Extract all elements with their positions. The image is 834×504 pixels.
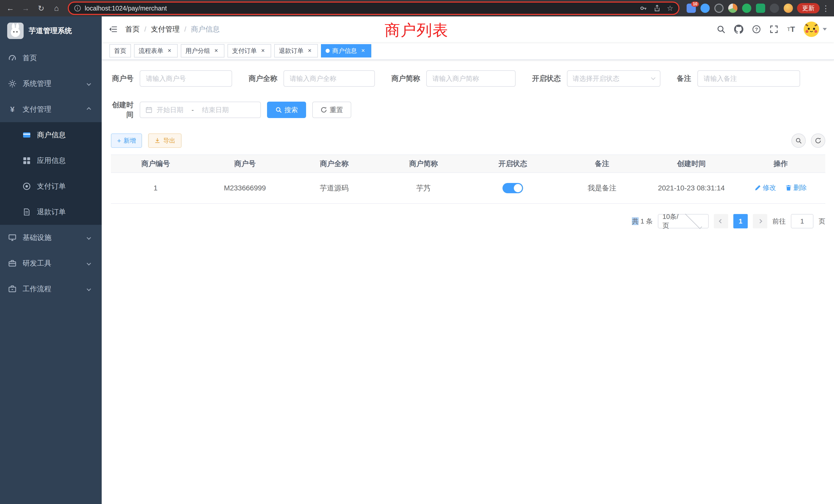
document-icon	[23, 208, 31, 216]
close-icon[interactable]: ×	[166, 47, 173, 54]
caret-down-icon	[823, 28, 827, 30]
refresh-button[interactable]	[811, 134, 825, 148]
gear-icon	[8, 79, 17, 88]
full-name-label: 商户全称	[244, 74, 284, 84]
url-text: localhost:1024/pay/merchant	[85, 5, 167, 12]
extension-dark-icon[interactable]	[714, 4, 724, 13]
help-icon[interactable]: ?	[752, 25, 761, 33]
extension-tabs-icon[interactable]: 10	[687, 4, 696, 13]
fullscreen-icon[interactable]	[770, 25, 778, 33]
browser-menu-icon[interactable]: ⋮	[821, 4, 831, 13]
bookmark-star-icon[interactable]: ☆	[667, 4, 673, 13]
status-select[interactable]: 请选择开启状态	[567, 70, 660, 87]
sidebar-item-merchant-info[interactable]: 商户信息	[0, 122, 102, 148]
tab-process-form[interactable]: 流程表单 ×	[134, 44, 178, 58]
total-prefix: 共	[632, 217, 639, 225]
cell-short-name: 芋艿	[379, 173, 468, 204]
tab-home[interactable]: 首页	[109, 44, 131, 58]
extension-color-icon[interactable]	[728, 4, 738, 13]
col-short-name: 商户简称	[379, 155, 468, 173]
prev-page-button[interactable]	[714, 214, 728, 228]
url-bar[interactable]: localhost:1024/pay/merchant ☆	[68, 2, 679, 15]
status-label: 开启状态	[528, 74, 567, 84]
sidebar-item-dev-tools[interactable]: 研发工具	[0, 250, 102, 276]
forward-icon[interactable]: →	[19, 1, 33, 16]
breadcrumb-separator: /	[184, 25, 186, 33]
page-size-select[interactable]: 10条/页	[658, 214, 709, 228]
plus-icon: +	[117, 137, 121, 145]
edit-button[interactable]: 修改	[754, 183, 776, 192]
sidebar-item-payment[interactable]: ¥ 支付管理	[0, 96, 102, 122]
col-create-time: 创建时间	[647, 155, 736, 173]
sidebar-item-label: 工作流程	[23, 284, 51, 294]
tab-merchant-info[interactable]: 商户信息 ×	[321, 44, 371, 58]
profile-avatar-icon[interactable]	[784, 4, 793, 13]
goto-page-input[interactable]	[791, 214, 813, 228]
remark-input[interactable]	[697, 70, 800, 87]
record-icon	[23, 182, 31, 190]
github-icon[interactable]	[734, 25, 743, 34]
status-toggle[interactable]	[503, 183, 523, 193]
font-size-icon[interactable]: TT	[787, 25, 795, 33]
calendar-icon	[145, 106, 153, 113]
share-icon[interactable]	[654, 5, 661, 12]
extension-sheet-icon[interactable]	[756, 4, 765, 13]
table-toolbar: + 新增 导出	[111, 134, 825, 148]
add-button[interactable]: + 新增	[111, 134, 142, 148]
user-menu[interactable]	[804, 22, 827, 37]
breadcrumb-payment[interactable]: 支付管理	[151, 24, 180, 34]
breadcrumb-separator: /	[144, 25, 146, 33]
tab-refund-order[interactable]: 退款订单 ×	[274, 44, 318, 58]
extension-nut-icon[interactable]	[770, 4, 779, 13]
sidebar-item-infrastructure[interactable]: 基础设施	[0, 225, 102, 250]
sidebar-item-pay-order[interactable]: 支付订单	[0, 174, 102, 199]
status-placeholder: 请选择开启状态	[573, 74, 652, 83]
chrome-update-button[interactable]: 更新	[797, 3, 820, 13]
tab-user-group[interactable]: 用户分组 ×	[181, 44, 224, 58]
home-icon[interactable]: ⌂	[49, 1, 64, 16]
site-info-icon[interactable]	[74, 5, 81, 12]
close-icon[interactable]: ×	[213, 47, 220, 54]
sidebar-item-system[interactable]: 系统管理	[0, 71, 102, 96]
short-name-label: 商户简称	[387, 74, 426, 84]
next-page-button[interactable]	[753, 214, 767, 228]
tab-label: 流程表单	[139, 47, 163, 55]
sidebar: 芋道管理系统 首页 系统管理 ¥ 支付管理 商户信息	[0, 17, 102, 504]
toggle-search-button[interactable]	[791, 134, 806, 148]
sidebar-item-workflow[interactable]: 工作流程	[0, 276, 102, 302]
pagination-total: 共 1 条	[632, 217, 653, 226]
total-count: 1	[640, 217, 644, 225]
col-merchant-id: 商户编号	[111, 155, 200, 173]
hamburger-icon[interactable]	[102, 24, 125, 35]
breadcrumb-current: 商户信息	[191, 24, 220, 34]
extension-green-circle-icon[interactable]	[742, 4, 751, 13]
create-time-range-picker[interactable]: 开始日期 - 结束日期	[140, 101, 261, 118]
merchant-no-input[interactable]	[140, 70, 232, 87]
close-icon[interactable]: ×	[259, 47, 266, 54]
header-search-icon[interactable]	[717, 25, 725, 33]
end-date-placeholder: 结束日期	[202, 106, 229, 114]
tab-pay-order[interactable]: 支付订单 ×	[227, 44, 271, 58]
short-name-input[interactable]	[426, 70, 515, 87]
delete-button[interactable]: 删除	[785, 183, 807, 192]
app-title: 芋道管理系统	[29, 26, 72, 36]
full-name-input[interactable]	[284, 70, 375, 87]
back-icon[interactable]: ←	[3, 1, 18, 16]
search-button[interactable]: 搜索	[267, 101, 306, 118]
search-button-label: 搜索	[285, 106, 298, 114]
close-icon[interactable]: ×	[306, 47, 313, 54]
sidebar-item-home[interactable]: 首页	[0, 45, 102, 71]
reload-icon[interactable]: ↻	[34, 1, 48, 16]
search-form-row-2: 创建时间 开始日期 - 结束日期 搜索 重置	[111, 100, 825, 120]
password-key-icon[interactable]	[640, 4, 647, 12]
close-icon[interactable]: ×	[359, 47, 367, 54]
sidebar-item-refund-order[interactable]: 退款订单	[0, 199, 102, 225]
reset-button[interactable]: 重置	[312, 101, 351, 118]
breadcrumb-home[interactable]: 首页	[125, 24, 140, 34]
page-1-button[interactable]: 1	[733, 214, 748, 228]
extension-drop-icon[interactable]	[701, 4, 710, 13]
sidebar-logo[interactable]: 芋道管理系统	[0, 17, 102, 45]
export-button[interactable]: 导出	[148, 134, 181, 148]
sidebar-item-app-info[interactable]: 应用信息	[0, 148, 102, 174]
col-full-name: 商户全称	[290, 155, 379, 173]
